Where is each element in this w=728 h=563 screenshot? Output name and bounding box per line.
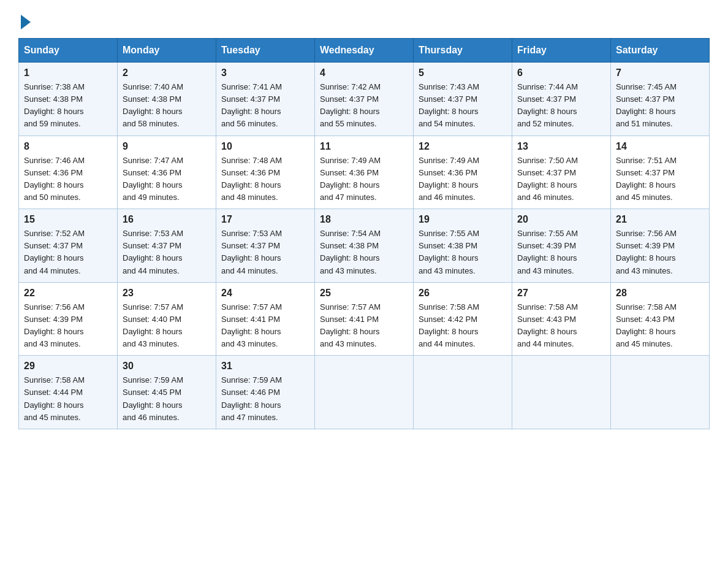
day-number: 24	[221, 288, 309, 299]
calendar-cell: 18 Sunrise: 7:54 AMSunset: 4:38 PMDaylig…	[315, 209, 414, 283]
calendar-cell: 28 Sunrise: 7:58 AMSunset: 4:43 PMDaylig…	[611, 282, 710, 356]
calendar-week-row: 22 Sunrise: 7:56 AMSunset: 4:39 PMDaylig…	[19, 282, 710, 356]
day-info: Sunrise: 7:46 AMSunset: 4:36 PMDaylight:…	[24, 156, 85, 202]
calendar-cell: 2 Sunrise: 7:40 AMSunset: 4:38 PMDayligh…	[118, 63, 216, 136]
calendar-cell: 30 Sunrise: 7:59 AMSunset: 4:45 PMDaylig…	[118, 356, 216, 429]
day-number: 7	[616, 67, 704, 79]
day-number: 21	[616, 214, 704, 225]
day-number: 12	[419, 141, 507, 152]
day-number: 15	[24, 214, 112, 225]
calendar-cell: 5 Sunrise: 7:43 AMSunset: 4:37 PMDayligh…	[414, 63, 512, 136]
day-number: 6	[517, 67, 605, 79]
day-info: Sunrise: 7:49 AMSunset: 4:36 PMDaylight:…	[320, 156, 381, 202]
logo-arrow-icon	[21, 15, 31, 29]
day-number: 3	[221, 67, 309, 79]
day-number: 26	[419, 288, 507, 299]
day-number: 14	[616, 141, 704, 152]
day-number: 13	[517, 141, 605, 152]
calendar-cell: 20 Sunrise: 7:55 AMSunset: 4:39 PMDaylig…	[512, 209, 611, 283]
calendar-cell: 3 Sunrise: 7:41 AMSunset: 4:37 PMDayligh…	[216, 63, 315, 136]
day-number: 4	[320, 67, 408, 79]
day-number: 29	[24, 361, 112, 372]
column-header-friday: Friday	[512, 39, 611, 63]
column-header-monday: Monday	[118, 39, 216, 63]
day-info: Sunrise: 7:50 AMSunset: 4:37 PMDaylight:…	[517, 156, 578, 202]
calendar-cell: 27 Sunrise: 7:58 AMSunset: 4:43 PMDaylig…	[512, 282, 611, 356]
calendar-cell	[512, 356, 611, 429]
day-number: 10	[221, 141, 309, 152]
day-info: Sunrise: 7:47 AMSunset: 4:36 PMDaylight:…	[123, 156, 183, 202]
day-info: Sunrise: 7:48 AMSunset: 4:36 PMDaylight:…	[221, 156, 282, 202]
day-info: Sunrise: 7:42 AMSunset: 4:37 PMDaylight:…	[320, 82, 381, 128]
calendar-cell: 25 Sunrise: 7:57 AMSunset: 4:41 PMDaylig…	[315, 282, 414, 356]
calendar-cell	[414, 356, 512, 429]
day-info: Sunrise: 7:56 AMSunset: 4:39 PMDaylight:…	[616, 229, 677, 275]
calendar-header-row: SundayMondayTuesdayWednesdayThursdayFrid…	[19, 39, 710, 63]
day-number: 5	[419, 67, 507, 79]
calendar-cell: 31 Sunrise: 7:59 AMSunset: 4:46 PMDaylig…	[216, 356, 315, 429]
day-number: 31	[221, 361, 309, 372]
day-number: 28	[616, 288, 704, 299]
column-header-sunday: Sunday	[19, 39, 118, 63]
calendar-cell: 21 Sunrise: 7:56 AMSunset: 4:39 PMDaylig…	[611, 209, 710, 283]
day-number: 25	[320, 288, 408, 299]
day-info: Sunrise: 7:55 AMSunset: 4:38 PMDaylight:…	[419, 229, 479, 275]
day-info: Sunrise: 7:57 AMSunset: 4:41 PMDaylight:…	[320, 302, 381, 348]
day-info: Sunrise: 7:58 AMSunset: 4:42 PMDaylight:…	[419, 302, 479, 348]
day-info: Sunrise: 7:44 AMSunset: 4:37 PMDaylight:…	[517, 82, 578, 128]
day-info: Sunrise: 7:59 AMSunset: 4:45 PMDaylight:…	[123, 375, 183, 421]
day-info: Sunrise: 7:57 AMSunset: 4:40 PMDaylight:…	[123, 302, 183, 348]
day-number: 18	[320, 214, 408, 225]
calendar-cell: 23 Sunrise: 7:57 AMSunset: 4:40 PMDaylig…	[118, 282, 216, 356]
calendar-cell: 9 Sunrise: 7:47 AMSunset: 4:36 PMDayligh…	[118, 136, 216, 209]
day-info: Sunrise: 7:40 AMSunset: 4:38 PMDaylight:…	[123, 82, 183, 128]
calendar-cell	[315, 356, 414, 429]
calendar-cell: 8 Sunrise: 7:46 AMSunset: 4:36 PMDayligh…	[19, 136, 118, 209]
column-header-wednesday: Wednesday	[315, 39, 414, 63]
day-info: Sunrise: 7:58 AMSunset: 4:43 PMDaylight:…	[616, 302, 677, 348]
calendar-cell: 19 Sunrise: 7:55 AMSunset: 4:38 PMDaylig…	[414, 209, 512, 283]
column-header-tuesday: Tuesday	[216, 39, 315, 63]
day-info: Sunrise: 7:41 AMSunset: 4:37 PMDaylight:…	[221, 82, 282, 128]
calendar-table: SundayMondayTuesdayWednesdayThursdayFrid…	[18, 38, 710, 429]
day-number: 30	[123, 361, 211, 372]
calendar-cell: 4 Sunrise: 7:42 AMSunset: 4:37 PMDayligh…	[315, 63, 414, 136]
day-number: 8	[24, 141, 112, 152]
calendar-week-row: 29 Sunrise: 7:58 AMSunset: 4:44 PMDaylig…	[19, 356, 710, 429]
day-number: 22	[24, 288, 112, 299]
calendar-cell: 12 Sunrise: 7:49 AMSunset: 4:36 PMDaylig…	[414, 136, 512, 209]
day-number: 23	[123, 288, 211, 299]
calendar-cell: 15 Sunrise: 7:52 AMSunset: 4:37 PMDaylig…	[19, 209, 118, 283]
day-info: Sunrise: 7:54 AMSunset: 4:38 PMDaylight:…	[320, 229, 381, 275]
calendar-cell: 1 Sunrise: 7:38 AMSunset: 4:38 PMDayligh…	[19, 63, 118, 136]
page-header	[18, 12, 710, 26]
calendar-cell: 14 Sunrise: 7:51 AMSunset: 4:37 PMDaylig…	[611, 136, 710, 209]
day-number: 9	[123, 141, 211, 152]
day-info: Sunrise: 7:59 AMSunset: 4:46 PMDaylight:…	[221, 375, 282, 421]
day-number: 27	[517, 288, 605, 299]
calendar-cell: 22 Sunrise: 7:56 AMSunset: 4:39 PMDaylig…	[19, 282, 118, 356]
day-info: Sunrise: 7:45 AMSunset: 4:37 PMDaylight:…	[616, 82, 677, 128]
day-number: 20	[517, 214, 605, 225]
day-info: Sunrise: 7:51 AMSunset: 4:37 PMDaylight:…	[616, 156, 677, 202]
day-info: Sunrise: 7:58 AMSunset: 4:43 PMDaylight:…	[517, 302, 578, 348]
calendar-cell: 26 Sunrise: 7:58 AMSunset: 4:42 PMDaylig…	[414, 282, 512, 356]
day-number: 2	[123, 67, 211, 79]
day-info: Sunrise: 7:53 AMSunset: 4:37 PMDaylight:…	[221, 229, 282, 275]
calendar-cell: 24 Sunrise: 7:57 AMSunset: 4:41 PMDaylig…	[216, 282, 315, 356]
calendar-cell	[611, 356, 710, 429]
day-info: Sunrise: 7:57 AMSunset: 4:41 PMDaylight:…	[221, 302, 282, 348]
day-info: Sunrise: 7:43 AMSunset: 4:37 PMDaylight:…	[419, 82, 479, 128]
logo	[18, 12, 31, 26]
calendar-cell: 13 Sunrise: 7:50 AMSunset: 4:37 PMDaylig…	[512, 136, 611, 209]
column-header-thursday: Thursday	[414, 39, 512, 63]
day-info: Sunrise: 7:56 AMSunset: 4:39 PMDaylight:…	[24, 302, 85, 348]
calendar-cell: 6 Sunrise: 7:44 AMSunset: 4:37 PMDayligh…	[512, 63, 611, 136]
day-info: Sunrise: 7:52 AMSunset: 4:37 PMDaylight:…	[24, 229, 85, 275]
day-info: Sunrise: 7:53 AMSunset: 4:37 PMDaylight:…	[123, 229, 183, 275]
calendar-week-row: 15 Sunrise: 7:52 AMSunset: 4:37 PMDaylig…	[19, 209, 710, 283]
calendar-cell: 7 Sunrise: 7:45 AMSunset: 4:37 PMDayligh…	[611, 63, 710, 136]
day-info: Sunrise: 7:38 AMSunset: 4:38 PMDaylight:…	[24, 82, 85, 128]
calendar-week-row: 1 Sunrise: 7:38 AMSunset: 4:38 PMDayligh…	[19, 63, 710, 136]
day-info: Sunrise: 7:49 AMSunset: 4:36 PMDaylight:…	[419, 156, 479, 202]
